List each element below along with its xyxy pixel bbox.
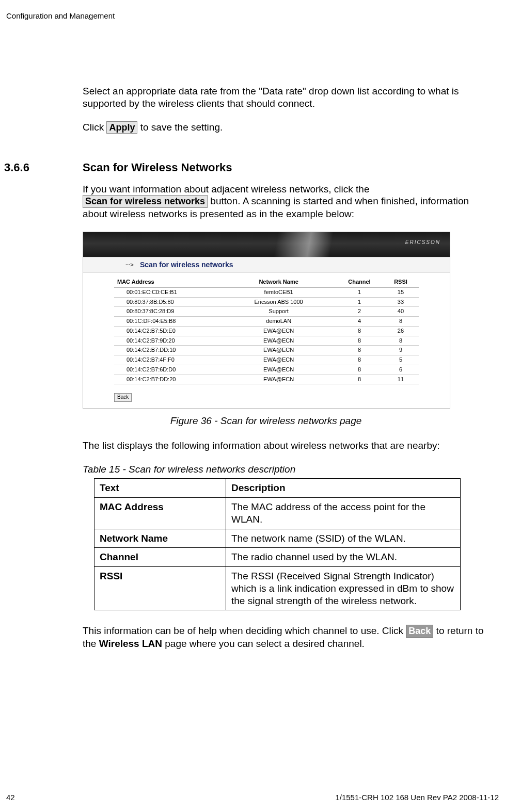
back-button-wrap: Back (114, 389, 445, 402)
cell-rssi: 5 (383, 355, 419, 365)
cell-text: MAC Address (94, 498, 226, 529)
scan-button-ref: Scan for wireless networks (83, 195, 208, 208)
scan-results-tbody: 00:01:EC:C0:CE:B1femtoCEB1115 00:80:37:8… (114, 287, 419, 384)
text-label: Network Name (100, 533, 168, 544)
cell-rssi: 33 (383, 297, 419, 307)
cell-channel: 8 (336, 326, 383, 336)
cell-channel: 1 (336, 287, 383, 297)
cell-desc: The network name (SSID) of the WLAN. (226, 529, 461, 548)
cell-rssi: 6 (383, 365, 419, 375)
cell-text: Channel (94, 548, 226, 567)
cell-text: RSSI (94, 567, 226, 610)
cell-rssi: 8 (383, 336, 419, 346)
cell-mac: 00:1C:DF:04:E5:B8 (114, 317, 221, 327)
table-row: 00:14:C2:B7:DD:20EWA@ECN811 (114, 375, 419, 384)
table-row: RSSI The RSSI (Received Signal Strength … (94, 567, 461, 610)
cell-name: EWA@ECN (221, 346, 336, 355)
cell-desc: The radio channel used by the WLAN. (226, 548, 461, 567)
cell-name: EWA@ECN (221, 355, 336, 365)
page-header: Configuration and Management (6, 11, 115, 20)
paragraph-apply: Click Apply to save the setting. (83, 121, 488, 134)
table-row: 00:01:EC:C0:CE:B1femtoCEB1115 (114, 287, 419, 297)
cell-rssi: 40 (383, 307, 419, 317)
paragraph-back: This information can be of help when dec… (83, 625, 488, 649)
cell-rssi: 26 (383, 326, 419, 336)
figure-body: MAC Address Network Name Channel RSSI 00… (83, 273, 450, 408)
document-id: 1/1551-CRH 102 168 Uen Rev PA2 2008-11-1… (335, 793, 499, 802)
cell-name: EWA@ECN (221, 326, 336, 336)
cell-rssi: 11 (383, 375, 419, 384)
figure-subheading: ···> Scan for wireless networks (83, 257, 450, 273)
table-row: 00:14:C2:B7:DD:10EWA@ECN89 (114, 346, 419, 355)
cell-channel: 8 (336, 336, 383, 346)
cell-name: EWA@ECN (221, 375, 336, 384)
col-text: Text (94, 479, 226, 498)
paragraph-scan-intro: If you want information about adjacent w… (83, 183, 488, 220)
scan-results-table: MAC Address Network Name Channel RSSI 00… (114, 277, 419, 384)
section-heading: 3.6.6 Scan for Wireless Networks (83, 160, 488, 175)
arrow-icon: ···> (125, 262, 134, 269)
cell-channel: 4 (336, 317, 383, 327)
cell-channel: 1 (336, 297, 383, 307)
col-description: Description (226, 479, 461, 498)
cell-mac: 00:14:C2:B7:9D:20 (114, 336, 221, 346)
cell-name: Support (221, 307, 336, 317)
cell-name: Ericsson ABS 1000 (221, 297, 336, 307)
section-title: Scan for Wireless Networks (83, 161, 232, 174)
cell-rssi: 8 (383, 317, 419, 327)
cell-mac: 00:14:C2:B7:6D:D0 (114, 365, 221, 375)
cell-desc: The RSSI (Received Signal Strength Indic… (226, 567, 461, 610)
paragraph-data-rate: Select an appropriate data rate from the… (83, 85, 488, 110)
page: Configuration and Management Select an a… (0, 0, 505, 812)
cell-mac: 00:14:C2:B7:4F:F0 (114, 355, 221, 365)
table-row: Network Name The network name (SSID) of … (94, 529, 461, 548)
cell-mac: 00:14:C2:B7:DD:20 (114, 375, 221, 384)
text-label: Channel (100, 551, 138, 562)
text: Click (83, 122, 106, 133)
cell-name: EWA@ECN (221, 365, 336, 375)
figure-banner: ERICSSON (83, 232, 450, 257)
page-number: 42 (6, 793, 15, 802)
table-row: 00:80:37:8B:D5:80Ericsson ABS 1000133 (114, 297, 419, 307)
main-content: Select an appropriate data rate from the… (83, 85, 488, 661)
back-button[interactable]: Back (114, 393, 132, 402)
paragraph-after-figure: The list displays the following informat… (83, 440, 488, 452)
col-mac: MAC Address (114, 277, 221, 287)
col-rssi: RSSI (383, 277, 419, 287)
cell-channel: 8 (336, 346, 383, 355)
text: to save the setting. (137, 122, 223, 133)
back-button-ref: Back (406, 625, 433, 638)
cell-mac: 00:80:37:8B:D5:80 (114, 297, 221, 307)
cell-mac: 00:14:C2:B7:5D:E0 (114, 326, 221, 336)
figure-scan-networks: ERICSSON ···> Scan for wireless networks… (83, 232, 450, 409)
cell-channel: 8 (336, 375, 383, 384)
col-name: Network Name (221, 277, 336, 287)
figure-subheading-text: Scan for wireless networks (140, 261, 233, 269)
cell-channel: 8 (336, 355, 383, 365)
text-label: RSSI (100, 571, 122, 581)
table-row: 00:14:C2:B7:4F:F0EWA@ECN85 (114, 355, 419, 365)
description-table: Text Description MAC Address The MAC add… (94, 478, 461, 610)
table-row: 00:1C:DF:04:E5:B8demoLAN48 (114, 317, 419, 327)
cell-mac: 00:01:EC:C0:CE:B1 (114, 287, 221, 297)
text: Select an appropriate data rate from the… (83, 86, 459, 109)
text-label: MAC Address (100, 501, 164, 512)
cell-rssi: 9 (383, 346, 419, 355)
text: page where you can select a desired chan… (162, 638, 365, 649)
table-row: 00:14:C2:B7:6D:D0EWA@ECN86 (114, 365, 419, 375)
table-header-row: MAC Address Network Name Channel RSSI (114, 277, 419, 287)
cell-mac: 00:80:37:8C:28:D9 (114, 307, 221, 317)
cell-rssi: 15 (383, 287, 419, 297)
apply-button-ref: Apply (106, 121, 137, 134)
cell-name: demoLAN (221, 317, 336, 327)
figure-caption: Figure 36 - Scan for wireless networks p… (83, 415, 449, 427)
cell-mac: 00:14:C2:B7:DD:10 (114, 346, 221, 355)
cell-channel: 8 (336, 365, 383, 375)
table-row: Channel The radio channel used by the WL… (94, 548, 461, 567)
col-channel: Channel (336, 277, 383, 287)
cell-channel: 2 (336, 307, 383, 317)
cell-text: Network Name (94, 529, 226, 548)
banner-sweep (223, 232, 403, 257)
section-number: 3.6.6 (4, 160, 29, 175)
table-row: 00:14:C2:B7:9D:20EWA@ECN88 (114, 336, 419, 346)
